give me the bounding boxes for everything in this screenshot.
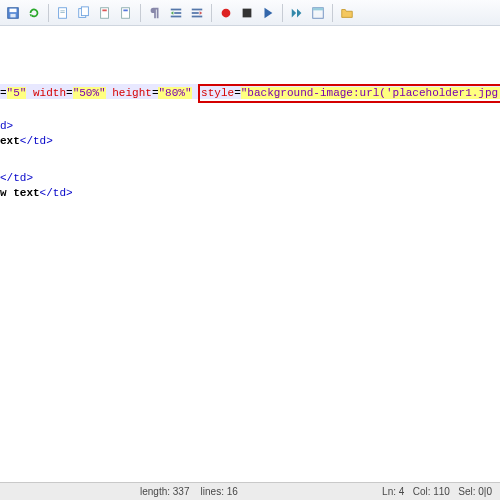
toolbar-button-9[interactable] bbox=[188, 4, 206, 22]
play-icon bbox=[261, 6, 275, 20]
status-length-lines: length: 337 lines: 16 bbox=[140, 486, 238, 497]
doc-blue-icon bbox=[119, 6, 133, 20]
svg-rect-16 bbox=[192, 12, 199, 14]
svg-rect-15 bbox=[192, 8, 203, 10]
svg-rect-11 bbox=[123, 9, 127, 11]
equals: = bbox=[0, 87, 7, 99]
toolbar-button-13[interactable] bbox=[288, 4, 306, 22]
svg-rect-14 bbox=[171, 15, 182, 17]
refresh-icon bbox=[27, 6, 41, 20]
tag-close: </td> bbox=[0, 172, 33, 184]
svg-rect-21 bbox=[313, 7, 324, 10]
code-editor[interactable]: ="5" width="50%" height="80%" style="bac… bbox=[0, 26, 500, 482]
svg-rect-1 bbox=[10, 8, 17, 12]
svg-rect-13 bbox=[174, 12, 181, 14]
tag-close: </td> bbox=[40, 187, 73, 199]
toolbar-button-12[interactable] bbox=[259, 4, 277, 22]
toolbar-button-11[interactable] bbox=[238, 4, 256, 22]
disk-icon bbox=[6, 6, 20, 20]
svg-rect-19 bbox=[243, 8, 252, 17]
code-lines-3: </td> w text</td> bbox=[0, 171, 73, 201]
pages-icon bbox=[77, 6, 91, 20]
attr-value: "80%" bbox=[158, 87, 191, 99]
code-line-1: ="5" width="50%" height="80%" style="bac… bbox=[0, 84, 500, 103]
svg-point-18 bbox=[222, 8, 231, 17]
attr-value: "50%" bbox=[73, 87, 106, 99]
toolbar-button-6[interactable] bbox=[117, 4, 135, 22]
doc-red-icon bbox=[98, 6, 112, 20]
toolbar-separator bbox=[48, 4, 49, 22]
svg-rect-2 bbox=[10, 13, 15, 17]
toolbar-separator bbox=[211, 4, 212, 22]
highlighted-attribute-box: style="background-image:url('placeholder… bbox=[198, 84, 500, 103]
svg-rect-5 bbox=[60, 12, 64, 13]
toolbar-button-8[interactable] bbox=[167, 4, 185, 22]
toolbar-button-14[interactable] bbox=[309, 4, 327, 22]
toolbar-separator bbox=[140, 4, 141, 22]
code-lines-2: d> ext</td> bbox=[0, 119, 53, 149]
attr-name: style bbox=[201, 87, 234, 99]
attr-name: width bbox=[26, 87, 66, 99]
svg-rect-10 bbox=[122, 7, 130, 18]
toolbar-button-7[interactable] bbox=[146, 4, 164, 22]
toolbar-button-2[interactable] bbox=[25, 4, 43, 22]
svg-rect-12 bbox=[171, 8, 182, 10]
toolbar bbox=[0, 0, 500, 26]
fast-forward-icon bbox=[290, 6, 304, 20]
toolbar-button-3[interactable] bbox=[54, 4, 72, 22]
tag-fragment: d> bbox=[0, 120, 13, 132]
status-bar: length: 337 lines: 16 Ln: 4 Col: 110 Sel… bbox=[0, 482, 500, 500]
toolbar-separator bbox=[332, 4, 333, 22]
toolbar-button-4[interactable] bbox=[75, 4, 93, 22]
toolbar-button-5[interactable] bbox=[96, 4, 114, 22]
svg-rect-8 bbox=[101, 7, 109, 18]
page-icon bbox=[56, 6, 70, 20]
paragraph-icon bbox=[148, 6, 162, 20]
stop-icon bbox=[240, 6, 254, 20]
svg-rect-9 bbox=[102, 9, 106, 11]
attr-value: "background-image:url('placeholder1.jpg'… bbox=[241, 87, 500, 99]
indent-icon bbox=[169, 6, 183, 20]
toolbar-separator bbox=[282, 4, 283, 22]
svg-rect-4 bbox=[60, 10, 64, 11]
status-cursor-position: Ln: 4 Col: 110 Sel: 0|0 bbox=[382, 486, 492, 497]
svg-rect-17 bbox=[192, 15, 203, 17]
layout-icon bbox=[311, 6, 325, 20]
attr-value: "5" bbox=[7, 87, 27, 99]
tag-close: </td> bbox=[20, 135, 53, 147]
outdent-icon bbox=[190, 6, 204, 20]
record-icon bbox=[219, 6, 233, 20]
text-content: ext bbox=[0, 135, 20, 147]
text-content: w text bbox=[0, 187, 40, 199]
equals: = bbox=[234, 87, 241, 99]
attr-name: height bbox=[106, 87, 152, 99]
toolbar-button-15[interactable] bbox=[338, 4, 356, 22]
svg-rect-7 bbox=[81, 6, 88, 15]
toolbar-button-1[interactable] bbox=[4, 4, 22, 22]
folder-icon bbox=[340, 6, 354, 20]
toolbar-button-10[interactable] bbox=[217, 4, 235, 22]
